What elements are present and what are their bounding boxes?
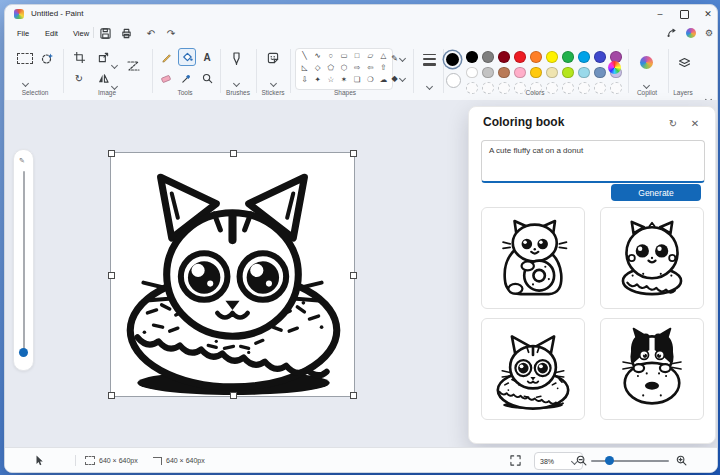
palette-color[interactable]	[546, 67, 558, 79]
thumbnail-round-cat-on-donut[interactable]	[600, 207, 704, 309]
shape-rounded-rectangle[interactable]: ▭	[337, 50, 350, 62]
thickness-dropdown-chevron[interactable]	[427, 75, 432, 93]
pencil-tool[interactable]	[158, 49, 174, 65]
palette-empty-slot[interactable]	[466, 82, 478, 94]
selection-handle-s[interactable]	[230, 392, 237, 399]
palette-color[interactable]	[514, 51, 526, 63]
selection-handle-e[interactable]	[350, 272, 357, 279]
shape-pentagon[interactable]: ⬠	[324, 62, 337, 74]
stickers-dropdown-chevron[interactable]	[271, 72, 276, 90]
refresh-button[interactable]: ↻	[665, 115, 681, 131]
brushes-button[interactable]	[228, 50, 244, 66]
panel-close-button[interactable]: ✕	[687, 115, 703, 131]
palette-color[interactable]	[498, 51, 510, 63]
thumbnail-cat-hugging-donut[interactable]	[481, 207, 585, 309]
generate-button[interactable]: Generate	[611, 184, 701, 201]
shape-star-six[interactable]: ✶	[337, 74, 350, 86]
shape-star-four[interactable]: ✦	[311, 74, 324, 86]
shape-arrow-left[interactable]: ⇦	[364, 62, 377, 74]
canvas[interactable]	[111, 153, 354, 396]
shape-polygon[interactable]: ▱	[364, 50, 377, 62]
fill-tool[interactable]	[178, 48, 196, 66]
eraser-tool[interactable]	[158, 70, 174, 86]
zoom-slider-track[interactable]	[591, 460, 669, 462]
save-button[interactable]	[97, 26, 113, 40]
shape-fill-dropdown[interactable]: ◆	[389, 70, 407, 86]
share-button[interactable]	[663, 26, 679, 40]
palette-color[interactable]	[498, 67, 510, 79]
shape-curve[interactable]: ∿	[311, 50, 324, 62]
shape-oval[interactable]: ○	[324, 50, 337, 62]
palette-empty-slot[interactable]	[482, 82, 494, 94]
layers-button[interactable]	[676, 54, 692, 70]
undo-button[interactable]: ↶	[143, 26, 159, 40]
shape-hexagon[interactable]: ⬡	[337, 62, 350, 74]
copilot-button[interactable]	[638, 54, 654, 70]
color1-swatch[interactable]	[446, 53, 459, 66]
color-picker-tool[interactable]	[178, 70, 194, 86]
selection-handle-ne[interactable]	[350, 150, 357, 157]
palette-color[interactable]	[594, 67, 606, 79]
crop-button[interactable]	[71, 49, 87, 65]
settings-button[interactable]: ⚙	[701, 26, 717, 40]
palette-empty-slot[interactable]	[610, 82, 622, 94]
palette-color[interactable]	[466, 67, 478, 79]
shape-arrow-down[interactable]: ⇩	[298, 74, 311, 86]
thumbnail-tuxedo-cat-behind-donut[interactable]	[600, 318, 704, 420]
work-area[interactable]: ✎	[5, 100, 717, 447]
select-button[interactable]	[17, 50, 33, 66]
select-dropdown-chevron[interactable]	[23, 72, 28, 90]
palette-color[interactable]	[594, 51, 606, 63]
size-slider-thumb[interactable]	[19, 348, 28, 357]
palette-empty-slot[interactable]	[578, 82, 590, 94]
palette-color[interactable]	[482, 67, 494, 79]
shape-line[interactable]: ╲	[298, 50, 311, 62]
shape-outline-dropdown[interactable]: ✎	[389, 50, 407, 66]
palette-color[interactable]	[562, 51, 574, 63]
shape-speech-rectangle[interactable]: ❏	[351, 74, 364, 86]
close-button[interactable]: ✕	[696, 5, 718, 23]
size-slider-track[interactable]	[23, 171, 25, 351]
thickness-selector[interactable]	[421, 52, 437, 68]
palette-color[interactable]	[578, 67, 590, 79]
palette-color[interactable]	[562, 67, 574, 79]
brushes-dropdown-chevron[interactable]	[234, 72, 239, 90]
edit-colors-button[interactable]	[606, 59, 622, 75]
color2-swatch[interactable]	[446, 73, 461, 88]
shape-speech-oval[interactable]: ❍	[364, 74, 377, 86]
zoom-in-button[interactable]	[676, 454, 687, 467]
menu-view[interactable]: View	[67, 26, 95, 40]
magnifier-tool[interactable]	[199, 70, 215, 86]
shape-rectangle[interactable]: □	[351, 50, 364, 62]
shape-diamond[interactable]: ◇	[311, 62, 324, 74]
remove-background-button[interactable]	[39, 50, 55, 66]
selection-handle-se[interactable]	[350, 392, 357, 399]
selection-handle-sw[interactable]	[108, 392, 115, 399]
flip-button[interactable]	[95, 70, 111, 86]
shape-arrow-right[interactable]: ⇨	[351, 62, 364, 74]
redo-button[interactable]: ↷	[163, 26, 179, 40]
palette-color[interactable]	[530, 51, 542, 63]
palette-empty-slot[interactable]	[594, 82, 606, 94]
menu-file[interactable]: File	[11, 26, 35, 40]
selection-handle-w[interactable]	[108, 272, 115, 279]
selection-handle-n[interactable]	[230, 150, 237, 157]
palette-color[interactable]	[530, 67, 542, 79]
rotate-button[interactable]: ↻	[71, 70, 87, 86]
zoom-slider-thumb[interactable]	[605, 456, 614, 465]
shape-star-five[interactable]: ☆	[324, 74, 337, 86]
print-button[interactable]	[118, 26, 134, 40]
palette-color[interactable]	[578, 51, 590, 63]
palette-color[interactable]	[466, 51, 478, 63]
size-slider[interactable]: ✎	[13, 149, 34, 371]
prompt-input[interactable]: A cute fluffy cat on a donut	[481, 140, 705, 183]
minimize-button[interactable]: –	[648, 5, 672, 23]
selection-handle-nw[interactable]	[108, 150, 115, 157]
shape-right-triangle[interactable]: ◺	[298, 62, 311, 74]
fit-to-screen-button[interactable]	[510, 454, 521, 467]
maximize-button[interactable]	[672, 5, 696, 23]
resize-button[interactable]	[95, 49, 111, 65]
palette-color[interactable]	[514, 67, 526, 79]
menu-edit[interactable]: Edit	[39, 26, 64, 40]
copilot-menu-button[interactable]	[683, 26, 699, 40]
